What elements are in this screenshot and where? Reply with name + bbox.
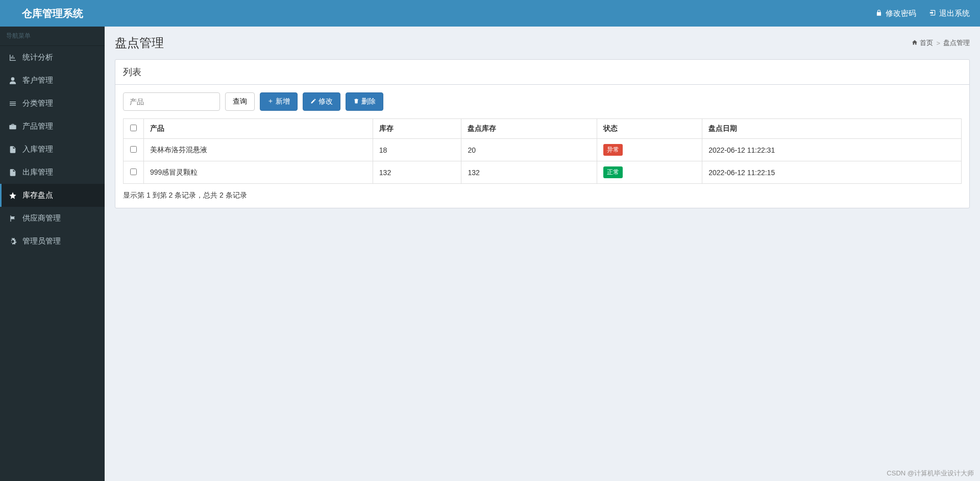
breadcrumb-home[interactable]: 首页 bbox=[912, 38, 933, 47]
sidebar-item-label: 出库管理 bbox=[22, 167, 53, 177]
file-out-icon bbox=[8, 169, 17, 177]
status-badge: 异常 bbox=[603, 144, 623, 156]
table-row[interactable]: 美林布洛芬混悬液1820异常2022-06-12 11:22:31 bbox=[124, 139, 962, 161]
user-icon bbox=[8, 77, 17, 85]
sidebar-item-label: 产品管理 bbox=[22, 122, 53, 131]
col-product: 产品 bbox=[144, 119, 373, 139]
app-title: 仓库管理系统 bbox=[0, 7, 105, 20]
briefcase-icon bbox=[8, 123, 17, 131]
main-content: 盘点管理 首页 > 盘点管理 列表 查询 新增 bbox=[105, 27, 980, 481]
list-icon bbox=[8, 100, 17, 108]
content-header: 盘点管理 首页 > 盘点管理 bbox=[105, 27, 980, 59]
add-button[interactable]: 新增 bbox=[260, 92, 298, 111]
sidebar-item-4[interactable]: 入库管理 bbox=[0, 138, 105, 161]
cell-count-stock: 20 bbox=[461, 139, 597, 161]
row-checkbox[interactable] bbox=[130, 146, 137, 153]
cell-status: 异常 bbox=[597, 139, 702, 161]
sidebar-item-label: 供应商管理 bbox=[22, 213, 61, 223]
panel-header: 列表 bbox=[115, 60, 969, 85]
home-icon bbox=[912, 39, 918, 47]
status-badge: 正常 bbox=[603, 166, 623, 178]
breadcrumb: 首页 > 盘点管理 bbox=[912, 38, 970, 47]
col-status: 状态 bbox=[597, 119, 702, 139]
sidebar-item-label: 库存盘点 bbox=[22, 190, 53, 200]
cell-stock: 18 bbox=[373, 139, 461, 161]
sidebar-item-label: 分类管理 bbox=[22, 99, 53, 108]
star-icon bbox=[8, 191, 17, 200]
breadcrumb-home-label: 首页 bbox=[920, 38, 933, 47]
breadcrumb-current: 盘点管理 bbox=[943, 38, 970, 47]
sidebar-item-0[interactable]: 统计分析 bbox=[0, 46, 105, 69]
sidebar-item-label: 入库管理 bbox=[22, 145, 53, 154]
sidebar-item-label: 客户管理 bbox=[22, 76, 53, 85]
plus-icon bbox=[267, 98, 274, 106]
sidebar-item-8[interactable]: 管理员管理 bbox=[0, 230, 105, 253]
watermark: CSDN @计算机毕业设计大师 bbox=[887, 469, 974, 478]
toolbar: 查询 新增 修改 删除 bbox=[123, 92, 962, 111]
trash-icon bbox=[353, 98, 359, 106]
select-all-header bbox=[124, 119, 144, 139]
cell-date: 2022-06-12 11:22:15 bbox=[702, 161, 962, 184]
sidebar-item-label: 统计分析 bbox=[22, 53, 53, 62]
breadcrumb-separator: > bbox=[936, 39, 940, 47]
col-count-date: 盘点日期 bbox=[702, 119, 962, 139]
logout-link[interactable]: 退出系统 bbox=[929, 9, 970, 18]
bar-chart-icon bbox=[8, 54, 17, 62]
page-title: 盘点管理 bbox=[115, 35, 164, 51]
sidebar-item-2[interactable]: 分类管理 bbox=[0, 92, 105, 115]
cell-date: 2022-06-12 11:22:31 bbox=[702, 139, 962, 161]
data-table: 产品 库存 盘点库存 状态 盘点日期 美林布洛芬混悬液1820异常2022-06… bbox=[123, 118, 962, 184]
delete-button[interactable]: 删除 bbox=[346, 92, 383, 111]
table-row[interactable]: 999感冒灵颗粒132132正常2022-06-12 11:22:15 bbox=[124, 161, 962, 184]
sidebar-item-7[interactable]: 供应商管理 bbox=[0, 207, 105, 230]
sidebar-item-3[interactable]: 产品管理 bbox=[0, 115, 105, 138]
table-header-row: 产品 库存 盘点库存 状态 盘点日期 bbox=[124, 119, 962, 139]
sidebar-item-6[interactable]: 库存盘点 bbox=[0, 184, 105, 207]
list-panel: 列表 查询 新增 修改 删除 bbox=[115, 59, 970, 208]
sidebar-item-1[interactable]: 客户管理 bbox=[0, 69, 105, 92]
row-checkbox[interactable] bbox=[130, 169, 137, 175]
lock-icon bbox=[875, 9, 883, 18]
edit-icon bbox=[310, 98, 316, 106]
sidebar-item-label: 管理员管理 bbox=[22, 236, 61, 246]
file-icon bbox=[8, 146, 17, 154]
change-password-link[interactable]: 修改密码 bbox=[875, 9, 916, 18]
cell-product: 999感冒灵颗粒 bbox=[144, 161, 373, 184]
cell-stock: 132 bbox=[373, 161, 461, 184]
header-bar: 仓库管理系统 修改密码 退出系统 bbox=[0, 0, 980, 27]
sidebar: 导航菜单 统计分析客户管理分类管理产品管理入库管理出库管理库存盘点供应商管理管理… bbox=[0, 27, 105, 481]
col-stock: 库存 bbox=[373, 119, 461, 139]
edit-label: 修改 bbox=[318, 97, 333, 106]
add-label: 新增 bbox=[276, 97, 290, 106]
sign-out-icon bbox=[929, 9, 936, 18]
sidebar-menu-label: 导航菜单 bbox=[0, 27, 105, 46]
gear-icon bbox=[8, 237, 17, 246]
change-password-label: 修改密码 bbox=[886, 9, 916, 18]
cell-product: 美林布洛芬混悬液 bbox=[144, 139, 373, 161]
query-button[interactable]: 查询 bbox=[225, 92, 255, 111]
delete-label: 删除 bbox=[361, 97, 376, 106]
logout-label: 退出系统 bbox=[939, 9, 970, 18]
cell-status: 正常 bbox=[597, 161, 702, 184]
search-input[interactable] bbox=[123, 92, 220, 111]
col-count-stock: 盘点库存 bbox=[461, 119, 597, 139]
edit-button[interactable]: 修改 bbox=[303, 92, 340, 111]
header-actions: 修改密码 退出系统 bbox=[875, 9, 980, 18]
cell-count-stock: 132 bbox=[461, 161, 597, 184]
select-all-checkbox[interactable] bbox=[130, 125, 137, 131]
pagination-info: 显示第 1 到第 2 条记录，总共 2 条记录 bbox=[123, 191, 962, 200]
sidebar-item-5[interactable]: 出库管理 bbox=[0, 161, 105, 184]
flag-icon bbox=[8, 214, 17, 223]
